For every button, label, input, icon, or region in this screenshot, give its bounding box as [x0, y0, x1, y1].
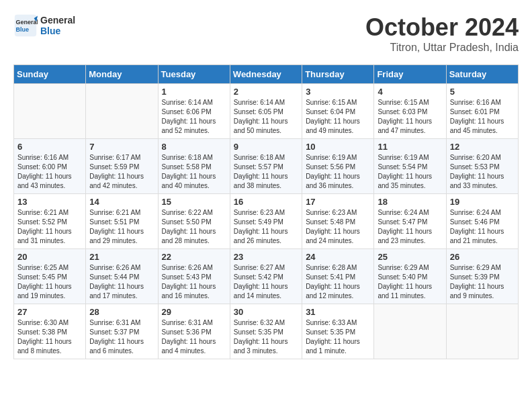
day-info-line: Sunrise: 6:18 AM	[162, 153, 226, 163]
day-info-line: Sunset: 6:03 PM	[378, 107, 442, 117]
day-info-line: Sunset: 6:04 PM	[306, 107, 370, 117]
calendar-cell: 14Sunrise: 6:21 AMSunset: 5:51 PMDayligh…	[86, 194, 158, 249]
day-info-line: Daylight: 11 hours and 38 minutes.	[234, 172, 298, 191]
calendar-cell: 2Sunrise: 6:14 AMSunset: 6:05 PMDaylight…	[230, 84, 302, 139]
day-info: Sunrise: 6:30 AMSunset: 5:38 PMDaylight:…	[17, 318, 82, 356]
calendar-cell: 21Sunrise: 6:26 AMSunset: 5:44 PMDayligh…	[86, 249, 158, 304]
day-info-line: Sunset: 5:35 PM	[306, 328, 370, 337]
week-row-4: 20Sunrise: 6:25 AMSunset: 5:45 PMDayligh…	[14, 249, 519, 304]
day-info: Sunrise: 6:23 AMSunset: 5:49 PMDaylight:…	[234, 208, 298, 246]
day-number: 14	[89, 197, 154, 207]
day-info-line: Sunrise: 6:30 AM	[17, 318, 82, 328]
day-info-line: Daylight: 11 hours and 21 minutes.	[450, 227, 515, 246]
day-info: Sunrise: 6:29 AMSunset: 5:40 PMDaylight:…	[378, 263, 442, 301]
day-info-line: Daylight: 11 hours and 31 minutes.	[17, 227, 82, 246]
calendar-cell: 30Sunrise: 6:32 AMSunset: 5:35 PMDayligh…	[230, 304, 302, 359]
day-info-line: Daylight: 11 hours and 3 minutes.	[234, 337, 298, 356]
calendar-cell: 3Sunrise: 6:15 AMSunset: 6:04 PMDaylight…	[302, 84, 374, 139]
day-info-line: Sunrise: 6:14 AM	[162, 98, 226, 107]
day-info-line: Sunrise: 6:26 AM	[89, 263, 154, 273]
day-info-line: Sunrise: 6:31 AM	[162, 318, 226, 328]
logo-icon: General Blue	[13, 13, 38, 38]
day-info: Sunrise: 6:15 AMSunset: 6:04 PMDaylight:…	[306, 98, 370, 136]
day-info-line: Sunrise: 6:16 AM	[450, 98, 515, 107]
day-info-line: Daylight: 11 hours and 4 minutes.	[162, 337, 226, 356]
calendar-cell: 10Sunrise: 6:19 AMSunset: 5:56 PMDayligh…	[302, 139, 374, 194]
day-info-line: Daylight: 11 hours and 47 minutes.	[378, 117, 442, 136]
day-info-line: Sunset: 5:37 PM	[89, 328, 154, 337]
day-info-line: Sunset: 5:48 PM	[306, 218, 370, 227]
day-info-line: Sunrise: 6:26 AM	[162, 263, 226, 273]
day-info: Sunrise: 6:19 AMSunset: 5:54 PMDaylight:…	[378, 153, 442, 191]
day-info-line: Daylight: 11 hours and 42 minutes.	[89, 172, 154, 191]
day-info-line: Daylight: 11 hours and 33 minutes.	[450, 172, 515, 191]
calendar-cell: 5Sunrise: 6:16 AMSunset: 6:01 PMDaylight…	[446, 84, 518, 139]
day-info-line: Daylight: 11 hours and 9 minutes.	[450, 282, 515, 301]
calendar-cell	[374, 304, 446, 359]
day-number: 23	[234, 252, 298, 262]
week-row-5: 27Sunrise: 6:30 AMSunset: 5:38 PMDayligh…	[14, 304, 519, 359]
day-header-wednesday: Wednesday	[230, 65, 302, 84]
day-info-line: Daylight: 11 hours and 23 minutes.	[378, 227, 442, 246]
day-header-monday: Monday	[86, 65, 158, 84]
day-info-line: Sunset: 5:50 PM	[162, 218, 226, 227]
day-info-line: Sunrise: 6:21 AM	[89, 208, 154, 218]
day-info-line: Sunrise: 6:32 AM	[234, 318, 298, 328]
day-info: Sunrise: 6:18 AMSunset: 5:58 PMDaylight:…	[162, 153, 226, 191]
location-title: Titron, Uttar Pradesh, India	[365, 42, 519, 54]
logo-line2: Blue	[40, 26, 75, 36]
day-info-line: Sunset: 5:39 PM	[450, 273, 515, 282]
calendar-cell	[86, 84, 158, 139]
day-info-line: Sunset: 5:51 PM	[89, 218, 154, 227]
day-info-line: Daylight: 11 hours and 17 minutes.	[89, 282, 154, 301]
day-info-line: Sunrise: 6:33 AM	[306, 318, 370, 328]
day-info-line: Daylight: 11 hours and 16 minutes.	[162, 282, 226, 301]
day-info-line: Daylight: 11 hours and 12 minutes.	[306, 282, 370, 301]
day-header-thursday: Thursday	[302, 65, 374, 84]
week-row-2: 6Sunrise: 6:16 AMSunset: 6:00 PMDaylight…	[14, 139, 519, 194]
calendar-cell: 12Sunrise: 6:20 AMSunset: 5:53 PMDayligh…	[446, 139, 518, 194]
day-info-line: Sunrise: 6:28 AM	[306, 263, 370, 273]
day-number: 21	[89, 252, 154, 262]
day-info-line: Daylight: 11 hours and 49 minutes.	[306, 117, 370, 136]
day-number: 30	[234, 307, 298, 317]
day-info: Sunrise: 6:18 AMSunset: 5:57 PMDaylight:…	[234, 153, 298, 191]
day-info-line: Sunset: 5:43 PM	[162, 273, 226, 282]
day-number: 31	[306, 307, 370, 317]
day-info-line: Daylight: 11 hours and 14 minutes.	[234, 282, 298, 301]
day-info-line: Daylight: 11 hours and 19 minutes.	[17, 282, 82, 301]
day-info: Sunrise: 6:22 AMSunset: 5:50 PMDaylight:…	[162, 208, 226, 246]
day-number: 27	[17, 307, 82, 317]
day-info: Sunrise: 6:19 AMSunset: 5:56 PMDaylight:…	[306, 153, 370, 191]
day-info-line: Sunset: 6:05 PM	[234, 107, 298, 117]
calendar-cell: 9Sunrise: 6:18 AMSunset: 5:57 PMDaylight…	[230, 139, 302, 194]
calendar-cell: 28Sunrise: 6:31 AMSunset: 5:37 PMDayligh…	[86, 304, 158, 359]
day-info-line: Sunrise: 6:24 AM	[378, 208, 442, 218]
calendar-cell: 26Sunrise: 6:29 AMSunset: 5:39 PMDayligh…	[446, 249, 518, 304]
day-info-line: Sunset: 5:42 PM	[234, 273, 298, 282]
day-info-line: Sunset: 5:35 PM	[234, 328, 298, 337]
day-info: Sunrise: 6:21 AMSunset: 5:51 PMDaylight:…	[89, 208, 154, 246]
day-info-line: Sunset: 5:38 PM	[17, 328, 82, 337]
day-number: 24	[306, 252, 370, 262]
day-number: 29	[162, 307, 226, 317]
day-info-line: Sunrise: 6:27 AM	[234, 263, 298, 273]
logo: General Blue General Blue	[13, 13, 75, 38]
day-number: 19	[450, 197, 515, 207]
day-info: Sunrise: 6:29 AMSunset: 5:39 PMDaylight:…	[450, 263, 515, 301]
calendar-cell: 15Sunrise: 6:22 AMSunset: 5:50 PMDayligh…	[158, 194, 230, 249]
day-number: 3	[306, 87, 370, 97]
day-info-line: Sunset: 5:54 PM	[378, 163, 442, 172]
day-info-line: Sunrise: 6:21 AM	[17, 208, 82, 218]
calendar-cell: 31Sunrise: 6:33 AMSunset: 5:35 PMDayligh…	[302, 304, 374, 359]
day-info-line: Sunrise: 6:19 AM	[378, 153, 442, 163]
calendar-cell: 8Sunrise: 6:18 AMSunset: 5:58 PMDaylight…	[158, 139, 230, 194]
day-info-line: Sunrise: 6:22 AM	[162, 208, 226, 218]
day-info-line: Daylight: 11 hours and 1 minute.	[306, 337, 370, 356]
day-info: Sunrise: 6:25 AMSunset: 5:45 PMDaylight:…	[17, 263, 82, 301]
day-info-line: Sunset: 5:46 PM	[450, 218, 515, 227]
day-info-line: Sunrise: 6:15 AM	[306, 98, 370, 107]
day-info: Sunrise: 6:14 AMSunset: 6:05 PMDaylight:…	[234, 98, 298, 136]
day-info: Sunrise: 6:23 AMSunset: 5:48 PMDaylight:…	[306, 208, 370, 246]
day-info-line: Daylight: 11 hours and 11 minutes.	[378, 282, 442, 301]
